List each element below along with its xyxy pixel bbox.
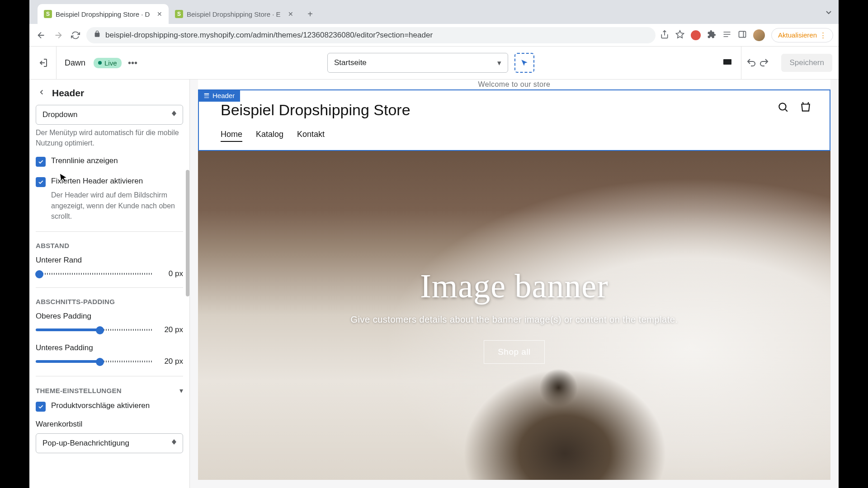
collapse-caret-icon[interactable]: ▾: [179, 386, 183, 395]
save-button: Speichern: [781, 54, 832, 72]
bottom-padding-value: 20 px: [159, 357, 183, 366]
svg-rect-2: [204, 93, 209, 94]
bookmark-star-icon[interactable]: [675, 30, 684, 41]
exit-editor-button[interactable]: [29, 47, 57, 79]
profile-avatar[interactable]: [753, 29, 765, 41]
more-actions-button[interactable]: •••: [122, 58, 144, 68]
top-padding-value: 20 px: [159, 325, 183, 334]
nav-link-home[interactable]: Home: [221, 130, 242, 142]
browser-tab-active[interactable]: S Beispiel Dropshipping Store · D ✕: [38, 4, 169, 24]
shopify-favicon-icon: S: [175, 10, 183, 18]
tab-title: Beispiel Dropshipping Store · D: [56, 10, 150, 18]
extensions-icon[interactable]: [707, 30, 716, 41]
top-padding-slider[interactable]: [36, 325, 152, 334]
section-tag: Header: [198, 89, 240, 102]
sticky-header-help: Der Header wird auf dem Bildschirm angez…: [51, 190, 183, 221]
svg-rect-3: [204, 95, 209, 96]
reload-icon[interactable]: [69, 29, 82, 42]
reading-list-icon[interactable]: [722, 30, 731, 41]
desktop-view-icon[interactable]: [717, 53, 737, 73]
update-label: Aktualisieren: [778, 31, 817, 39]
back-icon[interactable]: [35, 29, 47, 42]
sticky-header-label: Fixierten Header aktivieren: [51, 177, 143, 186]
theme-settings-title: THEME-EINSTELLUNGEN: [36, 387, 122, 394]
cart-icon[interactable]: [800, 101, 811, 115]
browser-tab-inactive[interactable]: S Beispiel Dropshipping Store · E ✕: [169, 4, 300, 24]
cart-style-value: Pop-up-Benachrichtigung: [42, 439, 129, 448]
menu-type-value: Dropdown: [42, 110, 78, 119]
update-button[interactable]: Aktualisieren ⋮: [771, 28, 833, 42]
svg-point-5: [779, 103, 786, 110]
browser-tabstrip: S Beispiel Dropshipping Store · D ✕ S Be…: [29, 0, 839, 24]
tab-overflow-icon[interactable]: [825, 9, 832, 18]
cart-style-label: Warenkorbstil: [36, 420, 183, 429]
bottom-padding-slider[interactable]: [36, 357, 152, 366]
banner-cta-button[interactable]: Shop all: [484, 340, 545, 364]
preview-canvas: Welcome to our store Header Beispiel Dro…: [190, 80, 839, 488]
menu-type-select[interactable]: Dropdown: [36, 105, 183, 125]
panel-icon[interactable]: [738, 30, 747, 41]
kebab-icon: ⋮: [820, 31, 826, 39]
editor-topbar: Dawn Live ••• Startseite Speichern: [29, 47, 839, 80]
url-text: beispiel-dropshipping-store.myshopify.co…: [105, 31, 433, 40]
spacing-section-title: ABSTAND: [36, 242, 183, 249]
nav-link-kontakt[interactable]: Kontakt: [297, 130, 325, 142]
announcement-bar: Welcome to our store: [198, 80, 830, 89]
tab-title: Beispiel Dropshipping Store · E: [187, 10, 281, 18]
show-line-checkbox[interactable]: [36, 157, 46, 167]
shopify-favicon-icon: S: [44, 10, 52, 18]
bottom-margin-label: Unterer Rand: [36, 256, 183, 265]
bottom-margin-slider[interactable]: [36, 269, 152, 278]
image-banner-section[interactable]: Image banner Give customers details abou…: [198, 151, 830, 480]
forward-icon: [52, 29, 65, 42]
browser-address-bar: beispiel-dropshipping-store.myshopify.co…: [29, 24, 839, 47]
lock-icon: [94, 30, 101, 40]
cart-style-select[interactable]: Pop-up-Benachrichtigung: [36, 433, 183, 453]
extension-red-icon[interactable]: [691, 30, 701, 40]
undo-icon[interactable]: [745, 56, 758, 69]
redo-icon[interactable]: [758, 56, 770, 69]
close-icon[interactable]: ✕: [157, 10, 162, 18]
page-template-select[interactable]: Startseite: [327, 53, 508, 73]
search-icon[interactable]: [777, 101, 789, 115]
close-icon[interactable]: ✕: [288, 10, 293, 18]
page-select-value: Startseite: [334, 58, 367, 67]
selected-header-section[interactable]: Header Beispiel Dropshipping Store Home …: [198, 89, 830, 151]
svg-rect-4: [204, 97, 209, 98]
back-arrow-icon[interactable]: [38, 88, 46, 99]
share-icon[interactable]: [660, 30, 669, 41]
inspector-cursor-button[interactable]: [514, 53, 534, 73]
sticky-header-checkbox[interactable]: [36, 177, 46, 187]
sidebar-scrollbar[interactable]: [186, 170, 189, 296]
predictive-search-checkbox[interactable]: [36, 402, 46, 412]
predictive-search-label: Produktvorschläge aktivieren: [51, 401, 150, 410]
theme-name: Dawn: [57, 58, 94, 68]
menu-type-help: Der Menütyp wird automatisch für die mob…: [36, 127, 183, 148]
show-line-label: Trennlinie anzeigen: [51, 156, 118, 165]
svg-rect-0: [739, 31, 746, 37]
bottom-padding-label: Unteres Padding: [36, 343, 183, 352]
sidebar-title: Header: [52, 88, 84, 99]
top-padding-label: Oberes Padding: [36, 312, 183, 321]
nav-link-katalog[interactable]: Katalog: [256, 130, 283, 142]
new-tab-button[interactable]: +: [302, 6, 318, 22]
live-badge: Live: [94, 58, 122, 68]
banner-subtitle: Give customers details about the banner …: [351, 314, 678, 325]
settings-sidebar: Header Dropdown Der Menütyp wird automat…: [29, 80, 190, 488]
main-navigation: Home Katalog Kontakt: [221, 130, 808, 142]
store-name: Beispiel Dropshipping Store: [221, 101, 808, 119]
save-label: Speichern: [789, 58, 824, 67]
bottom-margin-value: 0 px: [159, 269, 183, 278]
url-input[interactable]: beispiel-dropshipping-store.myshopify.co…: [86, 27, 656, 43]
svg-rect-1: [723, 59, 731, 65]
padding-section-title: ABSCHNITTS-PADDING: [36, 298, 183, 305]
banner-title: Image banner: [420, 267, 609, 305]
